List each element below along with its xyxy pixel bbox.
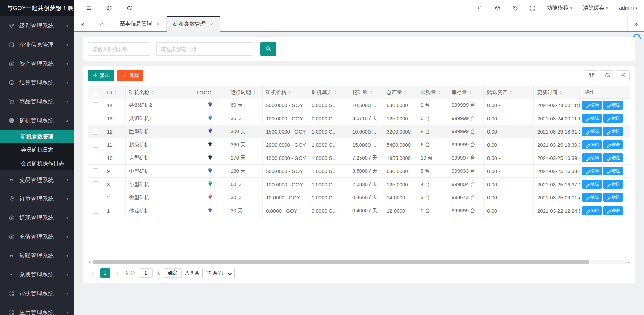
row-checkbox[interactable]: [93, 181, 98, 187]
sidebar-item-级别管理系统[interactable]: 级别管理系统▾: [0, 16, 74, 35]
sort-icon[interactable]: [114, 90, 117, 95]
sidebar-item-兑换管理系统[interactable]: 兑换管理系统▾: [0, 265, 74, 284]
bell-icon[interactable]: [477, 5, 483, 11]
row-action-赠送-button[interactable]: 赠送: [603, 114, 623, 123]
column-header-LOGO[interactable]: LOGO: [193, 86, 227, 99]
column-header-限购量[interactable]: 限购量: [417, 86, 448, 99]
row-checkbox[interactable]: [93, 155, 98, 161]
sort-icon[interactable]: [288, 90, 291, 95]
scrollbar-thumb[interactable]: [93, 260, 589, 264]
row-action-赠送-button[interactable]: 赠送: [603, 167, 623, 175]
row-action-编辑-button[interactable]: 编辑: [582, 140, 602, 149]
per-page-select[interactable]: 20 条/页: [202, 268, 235, 278]
current-page-button[interactable]: 1: [100, 268, 110, 278]
sidebar-item-充值管理系统[interactable]: 充值管理系统▾: [0, 227, 74, 246]
sort-icon[interactable]: [404, 90, 407, 95]
sidebar-item-企业信息管理[interactable]: 企业信息管理▾: [0, 35, 74, 54]
sidebar-item-结算管理系统[interactable]: 结算管理系统▾: [0, 73, 74, 92]
sidebar-item-订单管理系统[interactable]: 订单管理系统▾: [0, 189, 74, 208]
sidebar-subitem-会员矿机操作日志[interactable]: 会员矿机操作日志: [0, 157, 74, 170]
column-header-矿机价格[interactable]: 矿机价格: [263, 86, 308, 99]
tag-icon[interactable]: [512, 5, 519, 11]
sidebar-item-商品管理系统[interactable]: 商品管理系统▾: [0, 92, 74, 111]
columns-toggle-button[interactable]: [585, 70, 598, 81]
row-checkbox[interactable]: [93, 142, 98, 148]
sort-icon[interactable]: [253, 90, 256, 95]
miner-name-input[interactable]: [88, 42, 150, 56]
menu-fold-icon[interactable]: [85, 5, 92, 11]
sidebar-item-交易管理系统[interactable]: 交易管理系统▾: [0, 170, 74, 189]
column-header-运行周期[interactable]: 运行周期: [227, 86, 263, 99]
sort-icon[interactable]: [559, 90, 563, 95]
select-all-checkbox[interactable]: [93, 90, 98, 95]
row-action-编辑-button[interactable]: 编辑: [582, 180, 602, 189]
row-action-编辑-button[interactable]: 编辑: [582, 114, 602, 123]
row-action-编辑-button[interactable]: 编辑: [582, 167, 602, 175]
column-header-矿机算力[interactable]: 矿机算力: [308, 86, 349, 99]
refresh-icon[interactable]: [126, 5, 133, 11]
row-checkbox[interactable]: [93, 116, 98, 121]
topbar-menu-功能模拟[interactable]: 功能模拟▾: [547, 5, 572, 12]
column-header-矿机名称[interactable]: 矿机名称: [126, 86, 193, 99]
sort-icon[interactable]: [334, 90, 337, 95]
row-checkbox[interactable]: [93, 168, 98, 174]
delete-button[interactable]: 删除: [117, 70, 143, 81]
row-checkbox[interactable]: [93, 102, 98, 108]
sidebar-item-应用管理系统[interactable]: 应用管理系统▾: [0, 303, 74, 315]
column-header-赠送资产[interactable]: 赠送资产: [484, 86, 534, 99]
horizontal-scrollbar[interactable]: [88, 260, 630, 264]
column-header-库存量[interactable]: 库存量: [448, 86, 484, 99]
topbar-menu-清除缓存[interactable]: 清除缓存▾: [583, 5, 608, 12]
globe-line-icon[interactable]: [105, 5, 112, 11]
sidebar-item-帮扶管理系统[interactable]: 帮扶管理系统▾: [0, 284, 74, 303]
close-icon[interactable]: ×: [157, 21, 160, 27]
row-checkbox[interactable]: [93, 208, 98, 214]
sort-icon[interactable]: [469, 90, 472, 95]
home-tab-icon[interactable]: ⌂: [91, 16, 113, 31]
sidebar-item-提现管理系统[interactable]: 提现管理系统▾: [0, 208, 74, 227]
sidebar-item-转账管理系统[interactable]: 转账管理系统▾: [0, 246, 74, 265]
row-action-编辑-button[interactable]: 编辑: [582, 153, 602, 162]
fullscreen-icon[interactable]: [529, 5, 536, 11]
row-action-赠送-button[interactable]: 赠送: [603, 206, 623, 215]
scroll-right-icon[interactable]: [628, 261, 629, 264]
row-action-赠送-button[interactable]: 赠送: [603, 153, 623, 162]
column-header-总产量[interactable]: 总产量: [383, 86, 417, 99]
sort-icon[interactable]: [151, 90, 154, 95]
sidebar-item-资产管理系统[interactable]: 资产管理系统▾: [0, 54, 74, 73]
column-header-挖矿量[interactable]: 挖矿量: [349, 86, 383, 99]
palette-icon[interactable]: [494, 5, 501, 11]
sort-icon[interactable]: [438, 90, 441, 95]
add-button[interactable]: 添加: [88, 70, 114, 81]
sort-icon[interactable]: [509, 90, 512, 95]
row-checkbox[interactable]: [93, 195, 98, 200]
tab-矿机参数管理[interactable]: 矿机参数管理×: [167, 16, 220, 32]
topbar-menu-admin[interactable]: admin▾: [619, 5, 637, 11]
row-action-赠送-button[interactable]: 赠送: [603, 180, 623, 189]
scroll-left-icon[interactable]: [89, 261, 90, 264]
confirm-page-button[interactable]: 确定: [164, 268, 182, 278]
tabs-collapse-button[interactable]: «: [74, 16, 91, 31]
sidebar-subitem-矿机参数管理[interactable]: 矿机参数管理: [0, 130, 74, 143]
row-action-编辑-button[interactable]: 编辑: [582, 193, 602, 202]
tabs-expand-button[interactable]: »: [627, 16, 644, 31]
close-icon[interactable]: ×: [210, 21, 213, 27]
goto-page-input[interactable]: [139, 268, 153, 278]
print-button[interactable]: [617, 70, 630, 81]
row-action-赠送-button[interactable]: 赠送: [603, 127, 623, 136]
row-action-赠送-button[interactable]: 赠送: [603, 193, 623, 202]
export-button[interactable]: [601, 70, 614, 81]
row-action-编辑-button[interactable]: 编辑: [582, 127, 602, 136]
sort-icon[interactable]: [369, 90, 373, 95]
column-header-ID[interactable]: ID: [103, 86, 126, 99]
tab-基本信息管理[interactable]: 基本信息管理×: [113, 16, 167, 31]
search-button[interactable]: [260, 42, 276, 56]
row-checkbox[interactable]: [93, 129, 98, 135]
next-page-button[interactable]: ›: [113, 268, 122, 278]
create-date-input[interactable]: [156, 42, 253, 56]
sidebar-subitem-会员矿机日志[interactable]: 会员矿机日志: [0, 143, 74, 157]
row-action-编辑-button[interactable]: 编辑: [582, 206, 602, 215]
sidebar-item-矿机管理系统[interactable]: 矿机管理系统▴: [0, 111, 74, 130]
row-action-赠送-button[interactable]: 赠送: [603, 101, 623, 110]
prev-page-button[interactable]: ‹: [88, 268, 97, 278]
